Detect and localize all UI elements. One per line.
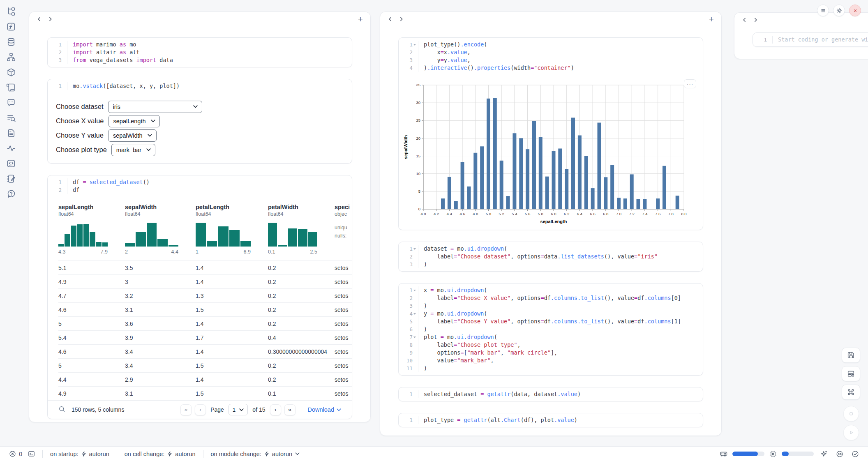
keyboard-shortcuts-button[interactable]	[842, 385, 860, 400]
code-line[interactable]: 2df	[48, 186, 352, 194]
code-editor[interactable]: 1plot_type = getattr(alt.Chart(df), plot…	[399, 413, 703, 427]
table-row[interactable]: 4.931.40.2setos	[58, 274, 352, 288]
code-line[interactable]: 2 label="Choose X value", options=df.col…	[399, 294, 703, 302]
dependency-graph-icon[interactable]	[6, 52, 16, 62]
code-editor[interactable]: 1import marimo as mo2import altair as al…	[48, 38, 352, 67]
code-line[interactable]: 3)	[399, 302, 703, 310]
code-line[interactable]: 1df = selected_dataset()	[48, 178, 352, 186]
run-config-item-2[interactable]: on module change:autorun	[209, 451, 302, 457]
column-header-sepalWidth[interactable]: sepalWidthfloat6424.4	[125, 204, 196, 255]
file-tree-icon[interactable]	[6, 7, 16, 16]
last-page-button[interactable]: »	[284, 404, 295, 415]
packages-icon[interactable]	[6, 67, 16, 77]
generate-link[interactable]: generate	[831, 36, 858, 43]
code-cell-plot[interactable]: 1plot_type().encode(2 x=x.value,3 y=y.va…	[398, 37, 703, 230]
run-config-item-1[interactable]: on cell change:autorun	[123, 451, 197, 457]
code-cell-dataframe[interactable]: 1df = selected_dataset()2df sepalLengthf…	[47, 175, 352, 419]
column-header-speci[interactable]: speciobjecuniqunulls:	[335, 204, 352, 255]
x-value-select[interactable]: sepalLength	[108, 115, 160, 127]
code-editor[interactable]: 1x = mo.ui.dropdown(2 label="Choose X va…	[399, 284, 703, 375]
code-line[interactable]: 3from vega_datasets import data	[48, 56, 352, 64]
log-search-icon[interactable]	[6, 113, 16, 123]
code-line[interactable]: 1 Start coding or generate with	[753, 36, 868, 44]
page-select[interactable]: 1	[229, 404, 248, 415]
table-row[interactable]: 53.41.50.2setos	[58, 358, 352, 372]
code-line[interactable]: 2import altair as alt	[48, 48, 352, 56]
column-move-left-button[interactable]	[741, 16, 748, 23]
run-button[interactable]	[843, 425, 859, 440]
dataset-select[interactable]: iris	[108, 101, 202, 113]
snippets-icon[interactable]	[6, 159, 16, 168]
code-line[interactable]: 11)	[399, 364, 703, 372]
code-editor[interactable]: 1plot_type().encode(2 x=x.value,3 y=y.va…	[399, 38, 703, 75]
scratchpad-icon[interactable]	[6, 174, 16, 184]
table-row[interactable]: 4.42.91.40.2setos	[58, 372, 352, 386]
notebook-menu-button[interactable]	[817, 5, 829, 16]
connection-status-button[interactable]	[850, 450, 861, 458]
table-row[interactable]: 4.63.11.50.2setos	[58, 302, 352, 316]
database-icon[interactable]	[6, 37, 16, 47]
code-line[interactable]: 5 label="Choose Y value", options=df.col…	[399, 318, 703, 325]
code-cell-plot-type[interactable]: 1plot_type = getattr(alt.Chart(df), plot…	[398, 413, 703, 427]
code-editor[interactable]: 1df = selected_dataset()2df	[48, 175, 352, 197]
help-icon[interactable]	[6, 189, 16, 199]
code-editor[interactable]: 1dataset = mo.ui.dropdown(2 label="Choos…	[399, 242, 703, 271]
activity-icon[interactable]	[6, 143, 16, 153]
chat-icon[interactable]	[6, 98, 16, 108]
empty-code-cell[interactable]: 1 Start coding or generate with	[753, 32, 868, 47]
code-line[interactable]: 3)	[399, 260, 703, 268]
code-line[interactable]: 3 y=y.value,	[399, 56, 703, 64]
code-cell-dataset-dropdown[interactable]: 1dataset = mo.ui.dropdown(2 label="Choos…	[398, 242, 703, 272]
code-editor[interactable]: 1selected_dataset = getattr(data, datase…	[399, 387, 703, 401]
code-line[interactable]: 8 label="Choose plot type",	[399, 341, 703, 349]
column-header-sepalLength[interactable]: sepalLengthfloat644.37.9	[58, 204, 125, 255]
stop-button[interactable]	[843, 406, 859, 422]
code-line[interactable]: 1plot_type = getattr(alt.Chart(df), plot…	[399, 416, 703, 424]
altair-bar-chart[interactable]: 4.04.24.44.64.85.05.25.45.65.86.06.26.46…	[403, 80, 690, 226]
y-value-select[interactable]: sepalWidth	[108, 129, 157, 142]
add-column-button[interactable]: +	[357, 14, 364, 24]
code-line[interactable]: 1import marimo as mo	[48, 41, 352, 48]
table-row[interactable]: 53.61.40.2setos	[58, 316, 352, 330]
functions-icon[interactable]	[6, 22, 16, 32]
run-config-item-0[interactable]: on startup:autorun	[48, 451, 111, 457]
code-line[interactable]: 2 label="Choose dataset", options=data.l…	[399, 253, 703, 260]
save-button[interactable]	[842, 348, 860, 363]
code-line[interactable]: 6)	[399, 325, 703, 333]
code-line[interactable]: 1dataset = mo.ui.dropdown(	[399, 245, 703, 253]
column-move-left-button[interactable]	[36, 16, 43, 23]
code-line[interactable]: 9 options=["mark_bar", "mark_circle"],	[399, 349, 703, 357]
logs-icon[interactable]	[6, 83, 16, 92]
first-page-button[interactable]: «	[180, 404, 192, 415]
column-move-left-button[interactable]	[387, 16, 394, 23]
search-icon[interactable]	[58, 406, 65, 414]
column-move-right-button[interactable]	[47, 16, 54, 23]
terminal-button[interactable]	[26, 450, 37, 457]
table-row[interactable]: 4.93.11.50.1setos	[58, 386, 352, 400]
layout-button[interactable]	[842, 366, 860, 381]
code-line[interactable]: 1mo.vstack([dataset, x, y, plot])	[48, 82, 352, 90]
column-header-petalLength[interactable]: petalLengthfloat6416.9	[196, 204, 268, 255]
copilot-button[interactable]	[834, 450, 845, 458]
code-cell-vstack[interactable]: 1mo.vstack([dataset, x, y, plot]) Choose…	[47, 79, 352, 164]
table-row[interactable]: 5.43.91.70.4setos	[58, 330, 352, 344]
code-line[interactable]: 4).interactive().properties(width="conta…	[399, 64, 703, 72]
chart-actions-button[interactable]: ···	[684, 79, 696, 88]
prev-page-button[interactable]: ‹	[195, 404, 206, 415]
documentation-icon[interactable]	[6, 128, 16, 138]
ai-assist-button[interactable]	[819, 450, 829, 458]
code-line[interactable]: 7plot = mo.ui.dropdown(	[399, 333, 703, 341]
table-row[interactable]: 5.13.51.40.2setos	[58, 260, 352, 274]
code-line[interactable]: 4y = mo.ui.dropdown(	[399, 310, 703, 318]
settings-button[interactable]	[833, 5, 845, 16]
add-column-button[interactable]: +	[708, 14, 715, 24]
code-editor[interactable]: 1mo.vstack([dataset, x, y, plot])	[48, 79, 352, 93]
code-cell-xyplot-dropdowns[interactable]: 1x = mo.ui.dropdown(2 label="Choose X va…	[398, 283, 703, 376]
code-line[interactable]: 1x = mo.ui.dropdown(	[399, 286, 703, 294]
empty-cell-placeholder[interactable]: Start coding or generate with	[772, 36, 868, 44]
code-line[interactable]: 10 value="mark_bar",	[399, 357, 703, 364]
plot-type-select[interactable]: mark_bar	[111, 144, 155, 156]
code-line[interactable]: 1selected_dataset = getattr(data, datase…	[399, 390, 703, 398]
column-move-right-button[interactable]	[752, 16, 759, 23]
code-line[interactable]: 1plot_type().encode(	[399, 41, 703, 48]
